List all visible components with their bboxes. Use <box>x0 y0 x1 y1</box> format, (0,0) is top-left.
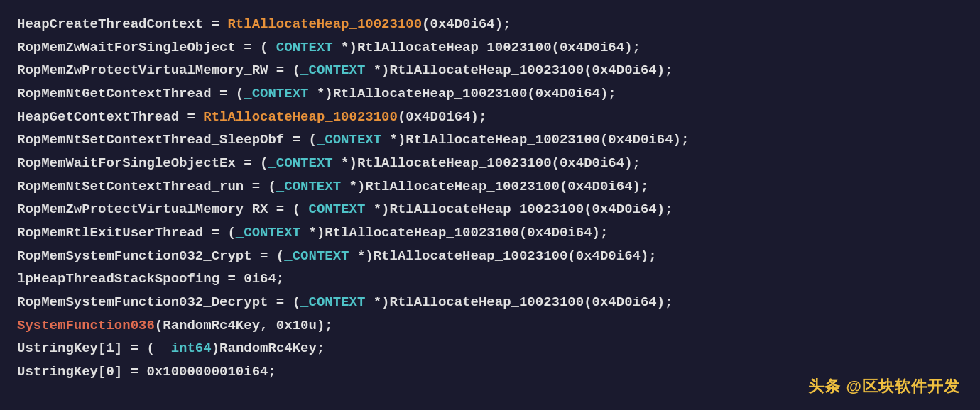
code-token: RopMemWaitForSingleObjectEx = ( <box>17 155 268 171</box>
code-line: RopMemSystemFunction032_Crypt = (_CONTEX… <box>17 245 963 268</box>
code-token: *)RtlAllocateHeap_10023100 <box>333 155 552 171</box>
code-token: lpHeapThreadStackSpoofing = <box>17 271 244 287</box>
code-token: (0x4D0i64); <box>584 201 673 217</box>
code-line: HeapGetContextThread = RtlAllocateHeap_1… <box>17 106 963 129</box>
code-line: RopMemNtSetContextThread_SleepObf = (_CO… <box>17 128 963 152</box>
code-line: RopMemWaitForSingleObjectEx = (_CONTEXT … <box>17 152 963 175</box>
code-token: _CONTEXT <box>300 201 365 217</box>
code-token: UstringKey[0] = 0x1000000010i64; <box>17 364 276 379</box>
code-token: *)RtlAllocateHeap_10023100 <box>381 132 600 148</box>
code-token: RopMemZwProtectVirtualMemory_RX = ( <box>17 201 300 217</box>
code-token: SystemFunction036 <box>17 318 155 333</box>
code-line: RopMemNtSetContextThread_run = (_CONTEXT… <box>17 175 963 199</box>
code-token: (0x4D0i64); <box>560 179 648 194</box>
code-token: *)RtlAllocateHeap_10023100 <box>365 62 584 78</box>
code-line: lpHeapThreadStackSpoofing = 0i64; <box>17 267 963 291</box>
code-line: RopMemSystemFunction032_Decrypt = (_CONT… <box>17 291 963 314</box>
code-token: _CONTEXT <box>236 225 300 240</box>
code-token: *)RtlAllocateHeap_10023100 <box>341 179 560 194</box>
code-token: RopMemZwWaitForSingleObject = ( <box>17 40 268 55</box>
code-token: RopMemZwProtectVirtualMemory_RW = ( <box>17 62 300 78</box>
code-token: HeapCreateThreadContext = <box>17 16 227 32</box>
code-line: SystemFunction036(RandomRc4Key, 0x10u); <box>17 314 963 338</box>
code-token: *)RtlAllocateHeap_10023100 <box>349 248 567 264</box>
code-token: )RandomRc4Key; <box>212 340 325 356</box>
code-token: (0x4D0i64); <box>422 16 511 32</box>
code-line: RopMemZwWaitForSingleObject = (_CONTEXT … <box>17 36 963 60</box>
code-token: UstringKey[1] = ( <box>17 340 155 356</box>
code-token: RtlAllocateHeap_10023100 <box>203 109 398 125</box>
code-token: (RandomRc4Key, 0x10u); <box>155 318 333 333</box>
code-token: 0i64; <box>244 271 284 287</box>
code-token: (0x4D0i64); <box>398 109 486 125</box>
code-token: _CONTEXT <box>276 179 341 194</box>
code-token: RopMemRtlExitUserThread = ( <box>17 225 236 240</box>
code-line: RopMemZwProtectVirtualMemory_RX = (_CONT… <box>17 198 963 221</box>
code-token: __int64 <box>155 340 212 356</box>
code-token: RopMemNtSetContextThread_SleepObf = ( <box>17 132 317 148</box>
code-token: (0x4D0i64); <box>584 62 673 78</box>
code-token: RopMemSystemFunction032_Decrypt = ( <box>17 294 300 310</box>
code-container: HeapCreateThreadContext = RtlAllocateHea… <box>0 0 980 410</box>
code-token: (0x4D0i64); <box>552 155 641 171</box>
code-token: *)RtlAllocateHeap_10023100 <box>365 294 584 310</box>
code-token: (0x4D0i64); <box>600 132 689 148</box>
code-token: RtlAllocateHeap_10023100 <box>227 16 422 32</box>
code-lines: HeapCreateThreadContext = RtlAllocateHea… <box>17 13 963 384</box>
code-token: _CONTEXT <box>268 40 332 55</box>
code-line: RopMemNtGetContextThread = (_CONTEXT *)R… <box>17 82 963 106</box>
code-token: *)RtlAllocateHeap_10023100 <box>308 86 527 101</box>
code-line: RopMemRtlExitUserThread = (_CONTEXT *)Rt… <box>17 221 963 245</box>
code-token: _CONTEXT <box>317 132 381 148</box>
code-token: RopMemNtSetContextThread_run = ( <box>17 179 276 194</box>
code-token: *)RtlAllocateHeap_10023100 <box>333 40 552 55</box>
code-token: (0x4D0i64); <box>527 86 616 101</box>
code-token: (0x4D0i64); <box>584 294 673 310</box>
code-token: _CONTEXT <box>268 155 332 171</box>
code-token: (0x4D0i64); <box>552 40 641 55</box>
code-line: UstringKey[1] = (__int64)RandomRc4Key; <box>17 337 963 360</box>
code-token: (0x4D0i64); <box>519 225 608 240</box>
code-token: (0x4D0i64); <box>567 248 656 264</box>
code-line: RopMemZwProtectVirtualMemory_RW = (_CONT… <box>17 59 963 82</box>
code-token: *)RtlAllocateHeap_10023100 <box>365 201 584 217</box>
code-token: RopMemSystemFunction032_Crypt = ( <box>17 248 284 264</box>
code-token: _CONTEXT <box>244 86 308 101</box>
code-line: HeapCreateThreadContext = RtlAllocateHea… <box>17 13 963 36</box>
watermark: 头条 @区块软件开发 <box>808 376 960 397</box>
code-token: HeapGetContextThread = <box>17 109 203 125</box>
code-token: _CONTEXT <box>300 62 365 78</box>
code-token: _CONTEXT <box>284 248 349 264</box>
code-token: RopMemNtGetContextThread = ( <box>17 86 244 101</box>
code-token: *)RtlAllocateHeap_10023100 <box>300 225 519 240</box>
code-token: _CONTEXT <box>300 294 365 310</box>
